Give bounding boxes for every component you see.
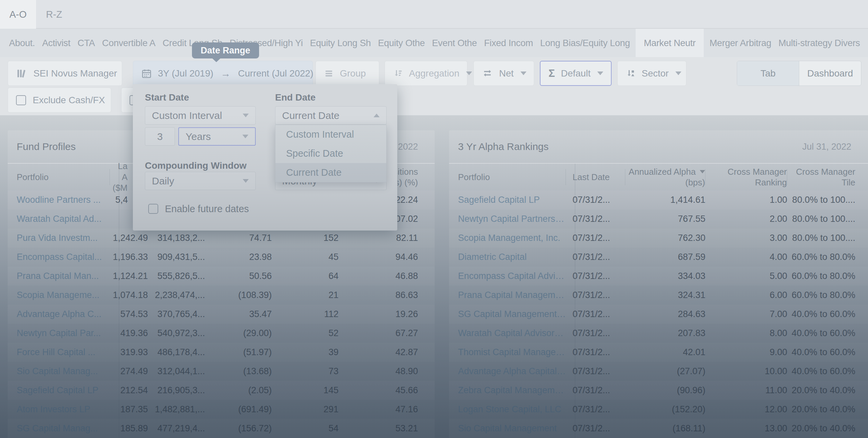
toolbar: SEI Novus Manager 3Y (Jul 2019) → Curren… <box>0 57 868 115</box>
table-row[interactable]: Thomist Capital Manageme... 07/31/2... 4… <box>449 343 868 362</box>
table-row[interactable]: Scopia Management, Inc. 07/31/2... 762.3… <box>449 229 868 247</box>
table-row[interactable]: SG Capital Management LLC 07/31/2... 284… <box>449 305 868 324</box>
menu-item[interactable]: Current Date <box>275 163 386 182</box>
table-row[interactable]: Newtyn Capital Par... 419.36 540,972,3..… <box>8 324 435 343</box>
column-header-cross-manager-ranking[interactable]: Cross Manager Ranking <box>705 169 787 185</box>
start-date-select[interactable]: Custom Interval <box>145 106 256 125</box>
nav-item[interactable]: Equity Othe <box>377 29 426 57</box>
table-row[interactable]: Prana Capital Man... 1,124.21 555,826,5.… <box>8 267 435 286</box>
table-row[interactable]: Zebra Capital Management, ... 07/31/2...… <box>449 381 868 400</box>
portfolio-link[interactable]: Advantage Alpha Capital LP <box>458 366 566 377</box>
portfolio-link[interactable]: Zebra Capital Management, ... <box>458 385 566 396</box>
nav-item[interactable]: Merger Arbitrag <box>708 29 773 57</box>
table-row[interactable]: Encompass Capital... 1,196.33 909,431,5.… <box>8 247 435 267</box>
portfolio-link[interactable]: Prana Capital Man... <box>17 271 99 281</box>
menu-item[interactable]: Custom Interval <box>275 125 386 144</box>
nav-item[interactable]: Convertible A <box>101 29 157 57</box>
interval-unit-select[interactable]: Years <box>178 127 256 146</box>
portfolio-link[interactable]: Woodline Partners ... <box>17 195 101 205</box>
interval-count-input[interactable]: 3 <box>145 127 175 146</box>
table-row[interactable]: Logan Stone Capital, LLC 07/31/2... (152… <box>449 400 868 419</box>
portfolio-link[interactable]: Advantage Alpha C... <box>17 309 101 319</box>
cell-value: 74.71 <box>205 233 272 243</box>
portfolio-link[interactable]: Scopia Management, Inc. <box>458 233 560 243</box>
cell-aum: 1,242.49 <box>110 233 148 243</box>
portfolio-link[interactable]: SG Capital Management LLC <box>458 309 566 319</box>
aggregation-button[interactable]: Aggregation <box>384 61 467 86</box>
column-header-annualized-alpha[interactable]: Annualized Alpha (bps) <box>625 169 705 185</box>
portfolio-link[interactable]: Waratah Capital Ad... <box>17 214 101 224</box>
column-header-portfolio[interactable]: Portfolio <box>449 169 566 185</box>
sort-amount-icon <box>393 68 403 79</box>
nav-item[interactable]: Event Othe <box>431 29 478 57</box>
portfolio-link[interactable]: Diametric Capital <box>458 252 527 262</box>
table-row[interactable]: Force Hill Capital ... 319.93 486,178,4.… <box>8 343 435 362</box>
cell-value: 477,219,4... <box>148 423 205 434</box>
table-row[interactable]: Encompass Capital Advisors... 07/31/2...… <box>449 267 868 286</box>
tab-r-z[interactable]: R-Z <box>36 0 72 29</box>
nav-item[interactable]: Long Bias/Equity Long <box>539 29 631 57</box>
table-row[interactable]: Prana Capital Management LP 07/31/2... 3… <box>449 286 868 305</box>
tab-a-o[interactable]: A-O <box>0 0 36 29</box>
default-aggregation-button[interactable]: Σ Default <box>540 61 612 86</box>
portfolio-link[interactable]: Pura Vida Investm... <box>17 233 98 243</box>
cell-ranking: 8.00 <box>705 328 787 339</box>
chevron-down-icon <box>597 71 603 75</box>
portfolio-link[interactable]: Sagefield Capital LP <box>458 195 540 205</box>
date-range-button[interactable]: 3Y (Jul 2019) → Current (Jul 2022) <box>133 61 313 86</box>
portfolio-link[interactable]: Newtyn Capital Par... <box>17 328 101 339</box>
table-row[interactable]: Advantage Alpha Capital LP 07/31/2... (2… <box>449 362 868 381</box>
table-row[interactable]: Atom Investors LP 187.35 1,482,881,... (… <box>8 400 435 419</box>
nav-item[interactable]: CTA <box>76 29 96 57</box>
nav-item[interactable]: About. <box>8 29 36 57</box>
nav-item[interactable]: Equity Long Sh <box>308 29 372 57</box>
end-date-select[interactable]: Current Date <box>275 106 386 125</box>
portfolio-link[interactable]: Waratah Capital Advisors Ltd. <box>458 328 566 339</box>
compounding-select-daily[interactable]: Daily <box>145 172 256 190</box>
portfolio-link[interactable]: Sio Capital Management <box>458 423 557 434</box>
cell-last-date: 07/31/2... <box>566 309 625 319</box>
portfolio-link[interactable]: Newtyn Capital Partners, LP <box>458 214 566 224</box>
nav-item[interactable]: Market Neutr <box>636 29 704 57</box>
nav-item[interactable]: Activist <box>41 29 72 57</box>
portfolio-link[interactable]: Sio Capital Manag... <box>17 366 98 377</box>
portfolio-link[interactable]: Scopia Manageme... <box>17 290 99 300</box>
column-header-portfolio[interactable]: Portfolio <box>8 169 110 185</box>
portfolio-link[interactable]: Logan Stone Capital, LLC <box>458 404 561 415</box>
table-row[interactable]: Pura Vida Investm... 1,242.49 314,183,2.… <box>8 229 435 247</box>
portfolio-link[interactable]: Atom Investors LP <box>17 404 90 415</box>
group-button[interactable]: Group <box>315 61 379 86</box>
table-row[interactable]: Diametric Capital 07/31/2... 687.59 4.00… <box>449 247 868 267</box>
nav-item[interactable]: Fixed Incom <box>483 29 534 57</box>
exclude-cashfx-button[interactable]: Exclude Cash/FX <box>8 88 111 113</box>
enable-future-dates-checkbox[interactable] <box>148 204 158 214</box>
view-toggle-tab[interactable]: Tab <box>737 61 799 86</box>
menu-item[interactable]: Specific Date <box>275 144 386 163</box>
exclude-cashfx-label: Exclude Cash/FX <box>33 95 105 106</box>
table-row[interactable]: Waratah Capital Advisors Ltd. 07/31/2...… <box>449 324 868 343</box>
table-row[interactable]: Newtyn Capital Partners, LP 07/31/2... 7… <box>449 209 868 229</box>
table-row[interactable]: Scopia Manageme... 1,074.18 2,238,474,..… <box>8 286 435 305</box>
portfolio-link[interactable]: Encompass Capital... <box>17 252 102 262</box>
nav-item-label: Equity Long Sh <box>310 38 371 49</box>
cell-positions-pct: 19.26 <box>339 309 435 319</box>
portfolio-link[interactable]: Force Hill Capital ... <box>17 347 95 357</box>
portfolio-link[interactable]: Encompass Capital Advisors... <box>458 271 566 281</box>
table-row[interactable]: Sio Capital Manag... 274.49 312,044,1...… <box>8 362 435 381</box>
portfolio-link[interactable]: SG Capital Manag... <box>17 423 98 434</box>
nav-item[interactable]: Multi-strategy Divers <box>777 29 861 57</box>
table-row[interactable]: Sio Capital Management 07/31/2... (168.1… <box>449 419 868 438</box>
portfolio-link[interactable]: Sagefield Capital LP <box>17 385 98 396</box>
manager-button[interactable]: SEI Novus Manager <box>8 61 122 86</box>
net-button[interactable]: Net <box>473 61 534 86</box>
portfolio-link[interactable]: Thomist Capital Manageme... <box>458 347 566 357</box>
table-row[interactable]: SG Capital Manag... 185.89 477,219,4... … <box>8 419 435 438</box>
cell-value: (108.39) <box>205 290 272 300</box>
view-toggle-dashboard[interactable]: Dashboard <box>799 61 861 86</box>
column-header-cross-manager-tile[interactable]: Cross Manager Tile <box>787 169 868 185</box>
sector-button[interactable]: Sector <box>617 61 686 86</box>
portfolio-link[interactable]: Prana Capital Management LP <box>458 290 566 300</box>
table-row[interactable]: Sagefield Capital LP 07/31/2... 1,414.61… <box>449 191 868 209</box>
table-row[interactable]: Sagefield Capital LP 212.54 216,905,3...… <box>8 381 435 400</box>
table-row[interactable]: Advantage Alpha C... 574.53 370,765,4...… <box>8 305 435 324</box>
